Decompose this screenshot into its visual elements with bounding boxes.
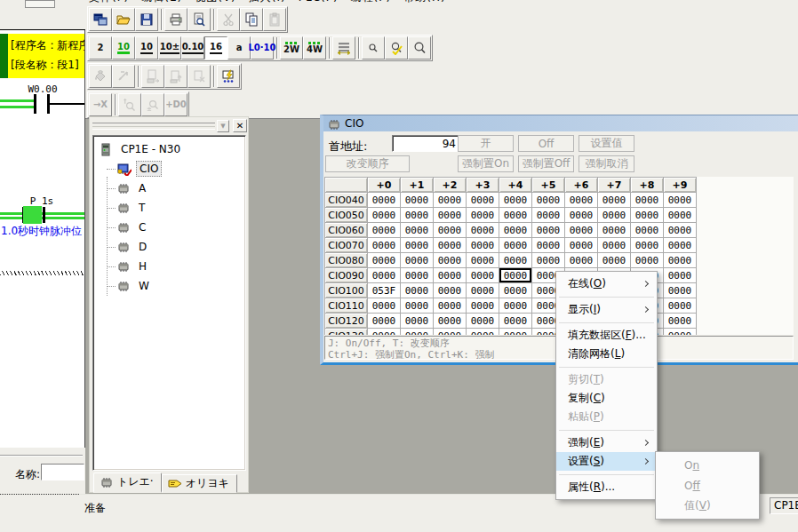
memory-cell[interactable]: 0000 bbox=[434, 253, 467, 268]
memory-cell[interactable]: 0000 bbox=[401, 193, 434, 208]
memory-cell[interactable]: 0000 bbox=[664, 314, 697, 329]
memory-cell[interactable]: 0000 bbox=[434, 283, 467, 298]
row-header[interactable]: CIO040 bbox=[325, 193, 368, 208]
menu-item[interactable]: PLC(P) bbox=[299, 0, 339, 4]
zoom-address-set-button[interactable]: ± bbox=[141, 93, 164, 116]
memory-window-titlebar[interactable]: CIO bbox=[323, 115, 798, 131]
off-button[interactable]: Off bbox=[518, 135, 574, 152]
memory-cell[interactable]: 0000 bbox=[631, 208, 664, 223]
memory-cell[interactable]: 0000 bbox=[368, 238, 401, 253]
monitor-signed-decimal-button[interactable]: 10± bbox=[158, 36, 181, 60]
memory-cell[interactable]: 0000 bbox=[598, 208, 631, 223]
monitor-long-word-button[interactable]: L0·10 bbox=[251, 36, 274, 60]
memory-cell[interactable]: 0000 bbox=[499, 223, 532, 238]
memory-cell[interactable]: 0000 bbox=[664, 268, 697, 283]
memory-tree[interactable]: CP1E - N30CIOATCDHW bbox=[92, 135, 246, 471]
memory-cell[interactable]: 0000 bbox=[532, 253, 565, 268]
memory-cell[interactable]: 0000 bbox=[467, 314, 499, 329]
print-button[interactable] bbox=[164, 8, 188, 31]
column-header[interactable]: +6 bbox=[565, 178, 598, 193]
monitor-text-button[interactable]: a bbox=[227, 36, 251, 60]
tree-item-d[interactable]: D bbox=[99, 237, 245, 257]
tree-item-c[interactable]: C bbox=[99, 218, 245, 237]
memory-cell[interactable]: 0000 bbox=[499, 268, 532, 283]
tree-item-cio[interactable]: CIO bbox=[99, 159, 245, 179]
memory-cell[interactable]: 0000 bbox=[499, 314, 532, 329]
context-menu-item[interactable]: 强制(E) bbox=[556, 433, 657, 452]
monitor-binary-button[interactable]: 2 bbox=[89, 36, 112, 60]
column-header[interactable]: +5 bbox=[532, 178, 565, 193]
memory-cell[interactable]: 0000 bbox=[401, 314, 434, 329]
memory-cell[interactable]: 0000 bbox=[532, 208, 565, 223]
memory-cell[interactable]: 0000 bbox=[401, 268, 434, 283]
new-project-button[interactable] bbox=[89, 8, 112, 31]
zoom-in-button[interactable] bbox=[408, 36, 431, 60]
memory-cell[interactable]: 0000 bbox=[598, 223, 631, 238]
contact-symbol[interactable] bbox=[43, 207, 45, 223]
memory-cell[interactable]: 0000 bbox=[401, 208, 434, 223]
ladder-client-area[interactable]: [程序名 : 新程序 [段名称 : 段1] W0.00 P_1s 1.0秒时钟脉… bbox=[0, 30, 85, 448]
force-cancel-button[interactable]: 强制取消 bbox=[579, 155, 634, 172]
column-header[interactable]: +4 bbox=[499, 178, 532, 193]
name-field[interactable] bbox=[41, 464, 84, 480]
paste-button[interactable] bbox=[263, 8, 286, 31]
set-submenu-item[interactable]: 值(V) bbox=[656, 496, 759, 516]
memory-cell[interactable]: 0000 bbox=[532, 223, 565, 238]
workspace-combobox[interactable] bbox=[92, 123, 215, 130]
tree-item-h[interactable]: H bbox=[99, 257, 245, 276]
column-header[interactable]: +1 bbox=[401, 178, 434, 193]
memory-cell[interactable]: 0000 bbox=[664, 253, 697, 268]
row-header[interactable]: CIO050 bbox=[325, 208, 368, 223]
memory-cell[interactable]: 0000 bbox=[368, 223, 401, 238]
set-submenu-item[interactable]: Off bbox=[656, 475, 759, 496]
memory-cell[interactable]: 0000 bbox=[467, 268, 499, 283]
change-order-button[interactable]: 改变顺序 bbox=[325, 155, 410, 172]
context-menu-item[interactable]: 清除网格(L) bbox=[556, 345, 657, 363]
monitor-button[interactable] bbox=[217, 65, 240, 88]
memory-cell[interactable]: 0000 bbox=[532, 193, 565, 208]
row-header[interactable]: CIO080 bbox=[325, 253, 368, 268]
goto-address-button[interactable]: +D0 bbox=[164, 93, 188, 116]
column-header[interactable]: +9 bbox=[664, 178, 697, 193]
two-word-button[interactable]: 2W bbox=[280, 36, 303, 60]
context-menu-item[interactable]: 剪切(T) bbox=[556, 370, 657, 389]
memory-cell[interactable]: 0000 bbox=[401, 238, 434, 253]
tree-item-plc-root[interactable]: CP1E - N30 bbox=[99, 139, 245, 159]
memory-cell[interactable]: 0000 bbox=[434, 268, 467, 283]
memory-cell[interactable]: 0000 bbox=[434, 238, 467, 253]
tree-item-w[interactable]: W bbox=[99, 276, 245, 296]
menu-item[interactable]: 编辑(E) bbox=[141, 0, 182, 4]
memory-cell[interactable]: 0000 bbox=[499, 193, 532, 208]
column-header[interactable]: +7 bbox=[598, 178, 631, 193]
ladder-cursor[interactable] bbox=[23, 206, 42, 224]
memory-cell[interactable]: 0000 bbox=[434, 298, 467, 314]
start-address-input[interactable] bbox=[392, 135, 459, 152]
zoom-fit-button[interactable] bbox=[385, 36, 408, 60]
row-header[interactable]: CIO130 bbox=[325, 329, 368, 336]
menu-item[interactable]: 帮助(H) bbox=[403, 0, 445, 4]
zoom-address-up-button[interactable]: † bbox=[118, 93, 141, 116]
memory-cell[interactable]: 0000 bbox=[401, 283, 434, 298]
memory-cell[interactable]: 0000 bbox=[467, 238, 499, 253]
context-menu-item[interactable]: 复制(C) bbox=[556, 389, 657, 408]
workspace-tab[interactable]: トレエ· bbox=[93, 472, 162, 493]
memory-cell[interactable]: 0000 bbox=[368, 193, 401, 208]
row-header[interactable]: CIO120 bbox=[325, 314, 368, 329]
menu-item[interactable]: 插入(I) bbox=[249, 0, 286, 4]
menu-item[interactable]: 视图(V) bbox=[195, 0, 236, 4]
context-menu-item[interactable]: 在线(O) bbox=[556, 274, 657, 293]
copy-button[interactable] bbox=[240, 8, 263, 31]
memory-cell[interactable]: 0000 bbox=[467, 193, 499, 208]
memory-cell[interactable]: 0000 bbox=[467, 329, 499, 336]
memory-cell[interactable]: 0000 bbox=[499, 208, 532, 223]
menu-item[interactable]: 编程(P) bbox=[351, 0, 392, 4]
print-preview-button[interactable] bbox=[188, 8, 211, 31]
memory-cell[interactable]: 0000 bbox=[565, 208, 598, 223]
row-header[interactable]: CIO100 bbox=[325, 283, 368, 298]
memory-cell[interactable]: 0000 bbox=[401, 253, 434, 268]
memory-cell[interactable]: 0000 bbox=[664, 208, 697, 223]
tree-item-t[interactable]: T bbox=[99, 198, 245, 218]
memory-cell[interactable]: 0000 bbox=[401, 329, 434, 336]
memory-cell[interactable]: 0000 bbox=[434, 314, 467, 329]
monitor-decimal-button[interactable]: 10 bbox=[135, 36, 158, 60]
